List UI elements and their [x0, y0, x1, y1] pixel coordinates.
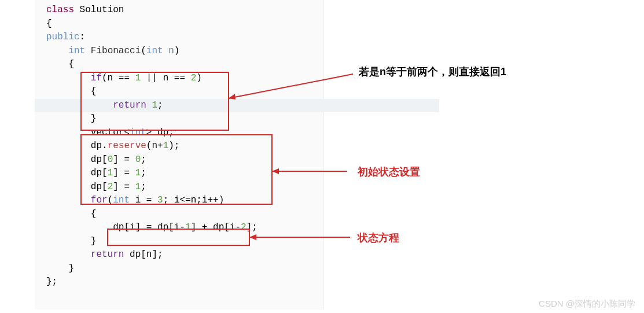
code-block: class Solution { public: int Fibonacci(i…	[35, 0, 324, 310]
annotation-mid: 初始状态设置	[358, 165, 420, 179]
annotation-bot: 状态方程	[358, 231, 399, 245]
kw-public: public	[46, 32, 80, 42]
kw-class: class	[46, 5, 74, 15]
annotation-top: 若是n等于前两个，则直接返回1	[359, 65, 506, 79]
watermark: CSDN @深情的小陈同学	[539, 299, 635, 310]
